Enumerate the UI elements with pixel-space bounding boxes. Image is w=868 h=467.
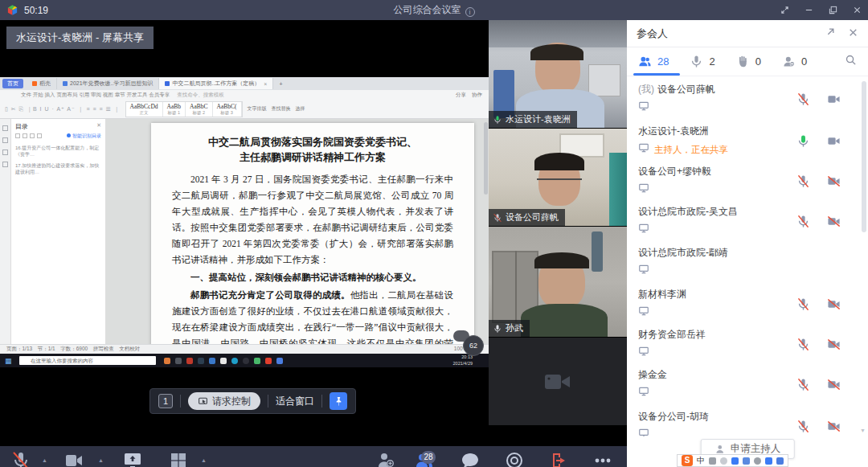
select-tool[interactable]: 选择 bbox=[296, 106, 305, 112]
share-screen-button[interactable]: 共享 bbox=[107, 451, 158, 467]
camera-off-icon[interactable] bbox=[827, 174, 841, 191]
shared-home-tab[interactable]: 首页 bbox=[2, 79, 23, 88]
mic-muted-icon[interactable] bbox=[796, 297, 810, 314]
video-tile[interactable]: 孙武 bbox=[489, 227, 627, 338]
participant-row[interactable]: 设计总院市政院-吴文昌 bbox=[638, 205, 844, 242]
search-icon[interactable] bbox=[845, 54, 857, 69]
participants-count-badge: 28 bbox=[421, 451, 436, 464]
style-item: AaBbC(标题 3 bbox=[213, 102, 242, 117]
participants-button[interactable]: 28 参会人 bbox=[399, 451, 450, 467]
mic-muted-icon[interactable] bbox=[796, 215, 810, 231]
taskbar-clock: 20:13 2021/4/29 bbox=[453, 354, 473, 366]
text-layout-tool[interactable]: 文字排版 bbox=[248, 106, 267, 112]
shared-tab-doc1[interactable]: 2021年党费收缴..学习新思想知识 bbox=[57, 78, 159, 89]
scroll-down-icon[interactable]: ▼ bbox=[860, 428, 866, 433]
meeting-info-icon[interactable]: i bbox=[465, 7, 475, 17]
tab-close-icon[interactable]: × bbox=[264, 81, 267, 87]
video-tile[interactable]: 水运设计-袁晓洲 bbox=[489, 20, 627, 129]
shared-tab-doc2[interactable]: 中交二航局贯彻..工作方案（定稿） × bbox=[159, 78, 273, 89]
tab-raised-hands[interactable]: 0 bbox=[736, 55, 761, 68]
style-item: AaBbC标题 2 bbox=[186, 102, 213, 117]
find-replace-tool[interactable]: 查找替换 bbox=[272, 106, 291, 112]
document-scrollbar[interactable] bbox=[484, 122, 488, 195]
participant-row[interactable]: 操金金 bbox=[638, 368, 844, 405]
layout-options-arrow[interactable]: ▲ bbox=[201, 457, 207, 463]
ime-keyboard-icon[interactable] bbox=[743, 457, 750, 465]
tab-muted-members[interactable]: 0 bbox=[782, 55, 807, 68]
minimize-icon[interactable] bbox=[802, 4, 815, 17]
more-button[interactable]: 更多 bbox=[577, 451, 628, 467]
mic-muted-icon[interactable] bbox=[796, 92, 810, 109]
restore-icon[interactable] bbox=[826, 4, 839, 17]
panel-close-icon[interactable] bbox=[848, 27, 858, 41]
toc-smart-link[interactable]: 智能识别目录 bbox=[15, 133, 101, 140]
mic-muted-icon[interactable] bbox=[796, 174, 810, 191]
participant-row[interactable]: 设备分公司-胡琦 bbox=[638, 410, 844, 436]
shared-tab-docer[interactable]: 稻壳 bbox=[27, 78, 57, 89]
toc-close-icon[interactable]: ✕ bbox=[96, 122, 101, 131]
toc-title: 目录 bbox=[15, 122, 28, 131]
video-tile[interactable]: 设备公司薛帆 bbox=[489, 129, 627, 227]
ribbon-menus[interactable]: 文件 开始 插入 页面布局 引用 审阅 视图 章节 开发工具 会员专享 bbox=[21, 92, 170, 99]
camera-on-icon[interactable] bbox=[827, 92, 841, 109]
raise-hand-button[interactable]: 举手 bbox=[0, 451, 47, 467]
tab-all-participants[interactable]: 28 bbox=[638, 55, 669, 68]
video-options-arrow[interactable]: ▲ bbox=[98, 457, 104, 463]
share-button[interactable]: 分享 bbox=[456, 92, 466, 99]
layout-button[interactable]: 布局 bbox=[153, 451, 204, 467]
video-tile-camera-off[interactable] bbox=[489, 338, 627, 426]
fullscreen-icon[interactable] bbox=[778, 4, 791, 17]
ime-account-icon[interactable] bbox=[754, 457, 761, 465]
taskbar-app-icons[interactable] bbox=[164, 358, 283, 364]
camera-off-icon[interactable] bbox=[827, 215, 841, 231]
sogou-logo-icon[interactable]: S bbox=[682, 455, 693, 466]
style-gallery[interactable]: AaBbCcDd正文 AaBb标题 1 AaBbC标题 2 AaBbC(标题 3 bbox=[125, 101, 243, 117]
taskbar-search[interactable]: 在这里输入你要搜索的内容 bbox=[19, 356, 156, 365]
titlebar: 50:19 公司综合会议室i bbox=[0, 0, 868, 20]
ribbon-search[interactable]: 查找命令、搜索模板 bbox=[177, 92, 224, 99]
participant-row[interactable]: 新材料李渊 bbox=[638, 288, 844, 325]
mic-options-arrow[interactable]: ▲ bbox=[42, 457, 47, 463]
popout-icon[interactable] bbox=[825, 27, 835, 41]
mic-muted-icon[interactable] bbox=[796, 420, 810, 436]
ime-skin-icon[interactable] bbox=[765, 457, 772, 465]
ime-emoji-icon[interactable] bbox=[720, 457, 727, 465]
page-number-button[interactable]: 1 bbox=[158, 394, 173, 408]
new-tab-button[interactable]: + bbox=[273, 78, 288, 89]
format-controls[interactable]: ▯ ✂ ⎘ ｜B I U · A⁺ A⁻ ｜ ≡ ≡ ≡ ☰ ｜ bbox=[5, 105, 121, 113]
ime-toolbar[interactable]: S 中 bbox=[677, 454, 788, 467]
ime-toolbox-icon[interactable] bbox=[776, 457, 784, 465]
mic-muted-icon[interactable] bbox=[796, 338, 810, 354]
toc-item[interactable]: 16.提升资产公司一体化配置能力，制定《资学… bbox=[15, 145, 101, 158]
taskbar-app-icon bbox=[164, 358, 170, 364]
camera-on-icon[interactable] bbox=[827, 134, 841, 151]
participant-row[interactable]: 设备公司+缪钟毅 bbox=[638, 165, 844, 202]
participant-row[interactable]: 设计总院市政院-鄢靖 bbox=[638, 246, 844, 283]
ime-voice-icon[interactable] bbox=[731, 457, 739, 465]
camera-off-icon[interactable] bbox=[827, 378, 841, 395]
participant-row[interactable]: 水运设计-袁晓洲 主持人，正在共享 bbox=[638, 125, 844, 162]
pin-button[interactable] bbox=[330, 392, 347, 410]
fit-window-button[interactable]: 适合窗口 bbox=[276, 395, 314, 408]
ime-language-mode[interactable]: 中 bbox=[697, 455, 705, 466]
tab-mic-on[interactable]: 2 bbox=[690, 55, 714, 68]
close-icon[interactable] bbox=[850, 4, 863, 17]
camera-off-icon[interactable] bbox=[827, 297, 841, 314]
toc-panel: 目录 ✕ 智能识别目录 16.提升资产公司一体化配置能力，制定《资学… 17.加… bbox=[11, 119, 106, 344]
remote-cursor-icon bbox=[198, 396, 208, 407]
list-scrollbar[interactable] bbox=[862, 81, 866, 232]
camera-off-icon[interactable] bbox=[827, 338, 841, 354]
request-control-button[interactable]: 请求控制 bbox=[188, 392, 260, 410]
record-icon bbox=[505, 451, 524, 467]
camera-off-icon[interactable] bbox=[827, 420, 841, 436]
stop-video-button[interactable]: 停止视频 bbox=[48, 451, 100, 467]
ime-punctuation-icon[interactable] bbox=[709, 457, 716, 465]
participant-row[interactable]: (我)设备公司薛帆 bbox=[638, 83, 844, 120]
mic-active-icon[interactable] bbox=[796, 134, 810, 151]
participant-row[interactable]: 财务资金部岳祥 bbox=[638, 328, 844, 365]
desktop-device-icon bbox=[638, 428, 649, 436]
toc-item[interactable]: 17.加快推进协同心建设要求落实，加快建设利用… bbox=[15, 162, 101, 175]
start-button-icon[interactable]: ▦ bbox=[5, 356, 14, 366]
collab-button[interactable]: 协作 bbox=[472, 92, 482, 99]
mic-muted-icon[interactable] bbox=[796, 378, 810, 395]
